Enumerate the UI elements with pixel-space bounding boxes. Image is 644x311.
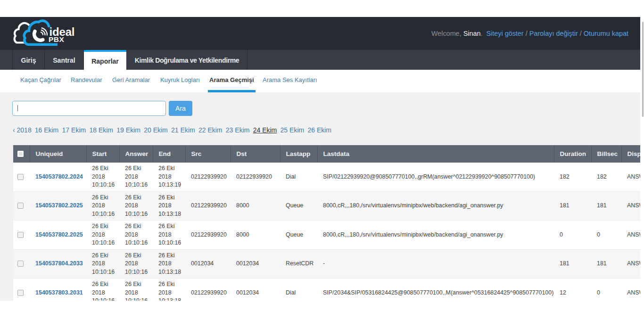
- svg-text:PBX: PBX: [49, 35, 65, 43]
